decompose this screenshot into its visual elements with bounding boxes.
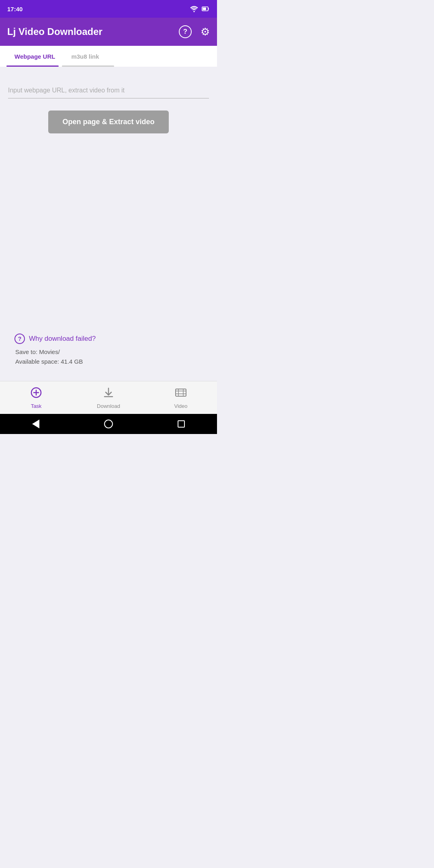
android-recents-button[interactable] [178,420,185,428]
tab-webpage-url[interactable]: Webpage URL [6,46,63,66]
tabs-row: Webpage URL m3u8 link [0,46,217,66]
content-spacer [8,133,209,330]
why-failed-text: Why download failed? [29,335,96,343]
wifi-icon [190,6,199,12]
nav-task[interactable]: Task [0,387,72,409]
url-input-container [8,83,209,98]
extract-button[interactable]: Open page & Extract video [48,111,169,133]
download-label: Download [97,403,120,409]
status-bar: 17:40 [0,0,217,18]
why-failed-circle-icon: ? [14,334,25,344]
help-icon[interactable]: ? [179,25,192,38]
svg-rect-9 [176,389,186,396]
android-nav-bar [0,414,217,434]
android-back-button[interactable] [32,420,39,428]
app-title: Lj Video Downloader [7,26,102,37]
task-icon [30,387,42,401]
battery-icon [202,5,210,13]
svg-rect-2 [203,8,206,10]
available-space-label: Available space: 41.4 GB [14,357,203,366]
main-content: Open page & Extract video ? Why download… [0,67,217,381]
bottom-nav: Task Download Video [0,381,217,414]
android-home-button[interactable] [104,420,113,428]
url-input[interactable] [8,83,209,98]
video-label: Video [174,403,187,409]
tabs-container: Webpage URL m3u8 link [0,46,217,67]
svg-point-0 [193,11,195,12]
why-failed-link[interactable]: ? Why download failed? [14,334,203,344]
nav-video[interactable]: Video [145,387,217,409]
download-icon [102,387,115,401]
task-label: Task [31,403,42,409]
settings-icon[interactable]: ⚙ [201,26,210,38]
status-time: 17:40 [7,6,23,12]
video-icon [175,387,187,401]
footer-info: ? Why download failed? Save to: Movies/ … [8,330,209,373]
tab-m3u8-link[interactable]: m3u8 link [63,46,107,66]
save-to-label: Save to: Movies/ [14,347,203,357]
app-bar: Lj Video Downloader ? ⚙ [0,18,217,46]
app-bar-actions: ? ⚙ [179,25,210,38]
status-icons [190,5,210,13]
nav-download[interactable]: Download [72,387,145,409]
